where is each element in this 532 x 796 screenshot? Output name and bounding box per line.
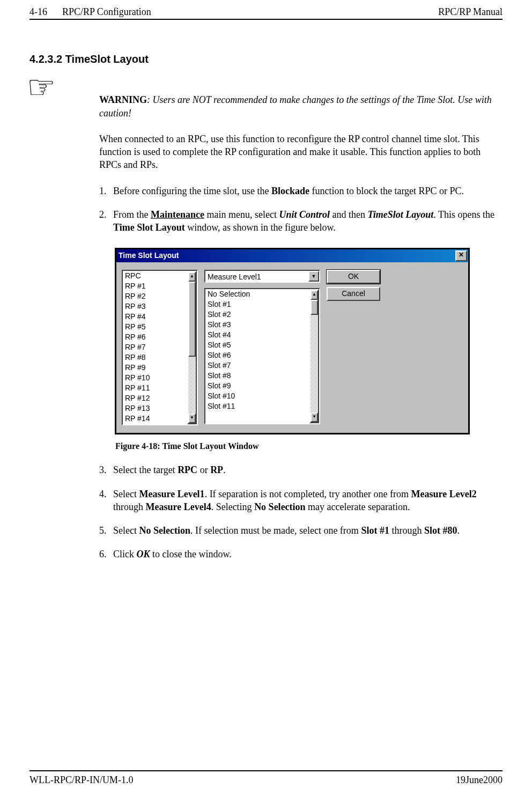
warning-label: WARNING — [99, 94, 147, 105]
rp-scrollbar[interactable]: ▲ ▼ — [187, 271, 197, 424]
list-item[interactable]: Slot #9 — [208, 381, 307, 391]
list-item[interactable]: RP #4 — [125, 312, 185, 322]
step-3: Select the target RPC or RP. — [109, 463, 503, 476]
list-item[interactable]: RP #5 — [125, 322, 185, 332]
list-item[interactable]: RP #11 — [125, 383, 185, 393]
list-item[interactable]: Slot #11 — [208, 401, 307, 411]
scroll-down-icon[interactable]: ▼ — [311, 412, 318, 422]
list-item[interactable]: RP #12 — [125, 393, 185, 403]
page-header: 4-16 RPC/RP Configuration RPC/RP Manual — [29, 5, 503, 20]
step-4: Select Measure Level1. If separation is … — [109, 488, 503, 514]
scroll-down-icon[interactable]: ▼ — [188, 414, 196, 423]
list-item[interactable]: Slot #8 — [208, 371, 307, 381]
page: 4-16 RPC/RP Configuration RPC/RP Manual … — [0, 0, 532, 796]
list-item[interactable]: RP #13 — [125, 403, 185, 414]
list-item[interactable]: Slot #6 — [208, 350, 307, 360]
header-left: 4-16 RPC/RP Configuration — [29, 5, 151, 18]
pointer-icon: ☞ — [27, 66, 56, 109]
scroll-up-icon[interactable]: ▲ — [188, 272, 196, 282]
list-item[interactable]: RP #7 — [125, 342, 185, 352]
chevron-down-icon[interactable]: ▼ — [308, 271, 319, 282]
list-item[interactable]: Slot #7 — [208, 360, 307, 371]
ok-button[interactable]: OK — [327, 270, 380, 284]
combo-value: Measure Level1 — [205, 271, 308, 282]
time-slot-layout-window: Time Slot Layout ✕ RPCRP #1RP #2RP #3RP … — [115, 248, 469, 434]
scroll-thumb[interactable] — [188, 282, 196, 357]
step-5: Select No Selection. If selection must b… — [109, 524, 503, 537]
list-item[interactable]: RP #6 — [125, 332, 185, 342]
list-item[interactable]: Slot #10 — [208, 391, 307, 401]
step-1: Before configuring the time slot, use th… — [109, 185, 503, 197]
dialog-titlebar[interactable]: Time Slot Layout ✕ — [116, 249, 468, 262]
list-item[interactable]: RP #10 — [125, 373, 185, 383]
dialog-title: Time Slot Layout — [119, 250, 179, 261]
page-number: 4-16 — [29, 5, 47, 18]
scroll-track[interactable] — [311, 300, 318, 412]
manual-name: RPC/RP Manual — [438, 5, 503, 18]
list-item[interactable]: Slot #3 — [208, 320, 307, 330]
list-item[interactable]: RP #14 — [125, 414, 185, 424]
measure-level-combo[interactable]: Measure Level1 ▼ — [204, 270, 320, 283]
footer-doc-id: WLL-RPC/RP-IN/UM-1.0 — [29, 773, 134, 786]
slot-list-wrapper: No SelectionSlot #1Slot #2Slot #3Slot #4… — [204, 288, 320, 424]
list-item[interactable]: RP #8 — [125, 352, 185, 363]
button-column: OK Cancel — [327, 270, 380, 301]
dialog-client: RPCRP #1RP #2RP #3RP #4RP #5RP #6RP #7RP… — [116, 262, 468, 433]
list-item[interactable]: RP #1 — [125, 281, 185, 291]
figure-caption: Figure 4-18: Time Slot Layout Window — [115, 440, 503, 452]
scroll-up-icon[interactable]: ▲ — [311, 290, 318, 300]
section-name: RPC/RP Configuration — [62, 5, 151, 18]
footer-date: 19June2000 — [456, 773, 503, 786]
rp-listbox[interactable]: RPCRP #1RP #2RP #3RP #4RP #5RP #6RP #7RP… — [123, 271, 187, 424]
list-item[interactable]: RP #9 — [125, 363, 185, 373]
warning-text: : Users are NOT recommended to make chan… — [99, 94, 492, 118]
page-footer: WLL-RPC/RP-IN/UM-1.0 19June2000 — [29, 770, 503, 786]
step-6: Click OK to close the window. — [109, 548, 503, 561]
list-item[interactable]: No Selection — [208, 289, 307, 299]
list-item[interactable]: Slot #2 — [208, 309, 307, 320]
scroll-thumb[interactable] — [311, 300, 318, 315]
slot-listbox[interactable]: No SelectionSlot #1Slot #2Slot #3Slot #4… — [205, 289, 309, 423]
slot-scrollbar[interactable]: ▲ ▼ — [309, 289, 319, 423]
list-item[interactable]: RPC — [125, 271, 185, 281]
steps-list-bottom: Select the target RPC or RP. Select Meas… — [109, 463, 503, 561]
steps-list-top: Before configuring the time slot, use th… — [109, 185, 503, 234]
list-item[interactable]: RP #2 — [125, 291, 185, 301]
list-item[interactable]: Slot #5 — [208, 340, 307, 350]
list-item[interactable]: Slot #4 — [208, 330, 307, 340]
middle-column: Measure Level1 ▼ No SelectionSlot #1Slot… — [204, 270, 320, 424]
rp-list-wrapper: RPCRP #1RP #2RP #3RP #4RP #5RP #6RP #7RP… — [122, 270, 198, 425]
list-item[interactable]: Slot #1 — [208, 299, 307, 309]
step-2: From the Maintenance main menu, select U… — [109, 208, 503, 234]
warning-paragraph: WARNING: Users are NOT recommended to ma… — [99, 93, 503, 120]
figure-wrapper: Time Slot Layout ✕ RPCRP #1RP #2RP #3RP … — [115, 248, 503, 452]
close-icon[interactable]: ✕ — [455, 250, 467, 261]
body-content: WARNING: Users are NOT recommended to ma… — [99, 93, 503, 561]
list-item[interactable]: RP #3 — [125, 301, 185, 312]
section-title: 4.2.3.2 TimeSlot Layout — [29, 52, 503, 67]
cancel-button[interactable]: Cancel — [327, 287, 380, 301]
intro-paragraph: When connected to an RPC, use this funct… — [99, 132, 503, 172]
